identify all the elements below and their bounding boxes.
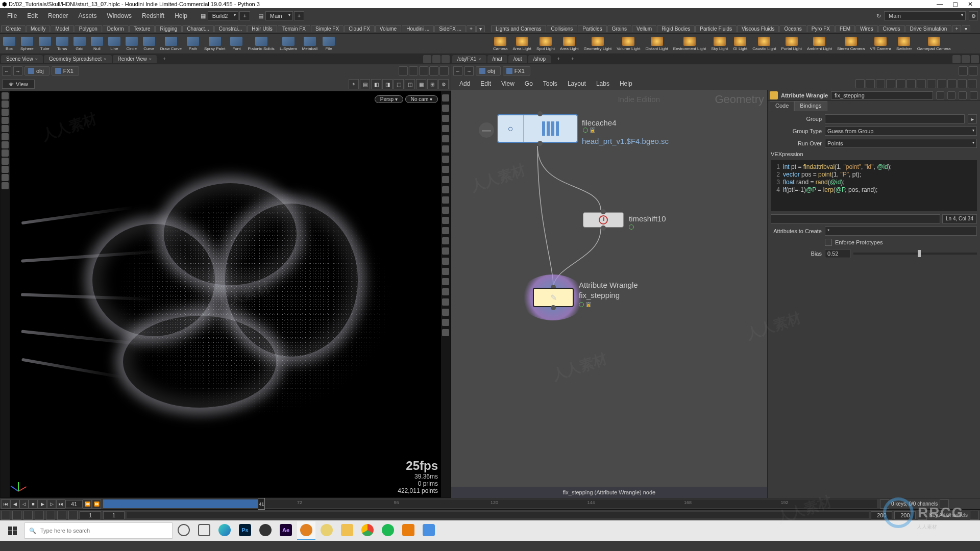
tool-skylight[interactable]: Sky Light: [709, 37, 730, 51]
parm-hi3[interactable]: [959, 91, 967, 99]
net-back-icon[interactable]: ←: [453, 66, 462, 76]
nm-ic-10[interactable]: [947, 79, 957, 88]
tool-vrcam[interactable]: VR Camera: [868, 37, 893, 51]
tool-line[interactable]: Line: [106, 37, 122, 51]
nm-ic-12[interactable]: [968, 79, 977, 88]
tb-houdini[interactable]: [297, 521, 315, 540]
camera-none-pill[interactable]: No cam ▾: [405, 95, 438, 103]
start-button[interactable]: [2, 522, 22, 539]
shelf-collisions[interactable]: Collisions: [547, 25, 578, 32]
path-tool-2[interactable]: [409, 66, 418, 76]
tl-last[interactable]: ⏭: [56, 499, 65, 509]
shelf-simplefx[interactable]: Simple FX: [311, 25, 344, 32]
tool-torus[interactable]: Torus: [54, 37, 70, 51]
close-button[interactable]: ✕: [963, 1, 978, 8]
dr-13[interactable]: [442, 217, 449, 224]
timeshift-display-flag[interactable]: [629, 224, 634, 230]
nm-ic-9[interactable]: [937, 79, 946, 88]
tb-aftereffects[interactable]: Ae: [277, 521, 295, 540]
node-filecache[interactable]: ○ filecache4 🔒 head_prt_v1.$F4.bgeo.sc: [497, 114, 578, 143]
rg-1[interactable]: [1, 511, 10, 520]
tool-null[interactable]: Null: [89, 37, 105, 51]
dr-16[interactable]: [442, 247, 449, 255]
tb-chrome[interactable]: [358, 521, 377, 540]
path-tool-5[interactable]: [439, 66, 449, 76]
tool-arealight2[interactable]: Area Light: [558, 37, 580, 51]
vt-8[interactable]: [2, 149, 9, 157]
tool-font[interactable]: Font: [228, 37, 244, 51]
pane-tool-r3[interactable]: [971, 55, 979, 63]
nm-ic-4[interactable]: [886, 79, 895, 88]
parm-hi2[interactable]: [947, 91, 955, 99]
shelf-crowds[interactable]: Crowds: [878, 25, 905, 32]
tab-code[interactable]: Code: [770, 101, 794, 111]
range-track[interactable]: [127, 512, 869, 518]
shelf-grains[interactable]: Grains: [607, 25, 631, 32]
path-tool-3[interactable]: [419, 66, 428, 76]
tb-blender[interactable]: [399, 521, 418, 540]
tool-ambient[interactable]: Ambient Light: [805, 37, 834, 51]
rg-2[interactable]: [12, 511, 21, 520]
maximize-button[interactable]: ▢: [947, 1, 963, 8]
tl-play[interactable]: ▶: [38, 499, 47, 509]
vp-tool-4[interactable]: ◨: [382, 79, 393, 89]
pane-tool-l3[interactable]: [442, 55, 450, 63]
tool-spotlight[interactable]: Spot Light: [534, 37, 557, 51]
dr-3[interactable]: [442, 115, 449, 122]
tool-envlight[interactable]: Environment Light: [671, 37, 708, 51]
shelf-pfluids[interactable]: Particle Fluids: [695, 25, 737, 32]
chk-enforce[interactable]: [825, 239, 832, 246]
desktop-main-plus[interactable]: +: [294, 11, 304, 20]
vt-10[interactable]: [2, 166, 9, 173]
tl-keynext[interactable]: ⏩: [92, 499, 101, 509]
range-start2[interactable]: 1: [103, 511, 125, 519]
tool-vollight[interactable]: Volume Light: [615, 37, 642, 51]
dr-6[interactable]: [442, 145, 449, 153]
tool-platonic[interactable]: Platonic Solids: [246, 37, 276, 51]
wrangle-lock-flag[interactable]: 🔒: [586, 302, 591, 307]
playhead[interactable]: 41: [258, 498, 265, 510]
vex-search-input[interactable]: [771, 214, 940, 223]
tb-edge[interactable]: [215, 521, 234, 540]
vt-11[interactable]: [2, 174, 9, 181]
input-group[interactable]: [825, 114, 965, 123]
shelf-lights[interactable]: Lights and Cameras: [491, 25, 546, 32]
lock-flag-icon[interactable]: 🔒: [590, 128, 595, 133]
camera-persp-pill[interactable]: Persp ▾: [375, 95, 403, 103]
menu-redshift[interactable]: Redshift: [137, 10, 169, 21]
shelf-right-add[interactable]: +: [952, 25, 961, 32]
subnet-collapse-button[interactable]: —: [479, 122, 494, 138]
tl-frame-field[interactable]: 41: [65, 500, 83, 508]
tool-curve[interactable]: Curve: [141, 37, 157, 51]
vp-tool-8[interactable]: ⊞: [427, 79, 437, 89]
desktop-main-select[interactable]: Main: [265, 11, 293, 20]
slider-bias[interactable]: [853, 253, 977, 255]
tool-camera[interactable]: Camera: [491, 37, 509, 51]
input-attrs[interactable]: *: [825, 227, 977, 236]
nm-view[interactable]: View: [496, 78, 520, 89]
rg-4[interactable]: [35, 511, 44, 520]
pane-tool-l2[interactable]: [432, 55, 440, 63]
select-run-over[interactable]: Points: [825, 139, 977, 148]
menu-edit[interactable]: Edit: [22, 10, 43, 21]
dr-10[interactable]: [442, 186, 449, 193]
parm-node-name-input[interactable]: fix_stepping: [831, 91, 933, 99]
tl-next[interactable]: ▷: [47, 499, 56, 509]
net-crumb-obj[interactable]: obj: [476, 66, 501, 76]
auto-update-icon[interactable]: [970, 511, 979, 520]
shelf-model[interactable]: Model: [51, 25, 74, 32]
nm-add[interactable]: Add: [454, 78, 475, 89]
tab-r-path-shop[interactable]: /shop: [528, 55, 551, 63]
nm-ic-8[interactable]: [927, 79, 936, 88]
nm-ic-2[interactable]: [866, 79, 875, 88]
nm-labs[interactable]: Labs: [591, 78, 615, 89]
config-gear-icon[interactable]: ⚙: [969, 11, 978, 20]
pane-tool-l1[interactable]: [423, 55, 431, 63]
tool-caustic[interactable]: Caustic Light: [750, 37, 778, 51]
tb-app-2[interactable]: [317, 521, 336, 540]
tool-drawcurve[interactable]: Draw Curve: [158, 37, 184, 51]
dr-5[interactable]: [442, 135, 449, 142]
network-view[interactable]: Geometry Indie Edition — ○ filecache4 🔒 …: [451, 90, 768, 498]
tab-bindings[interactable]: Bindings: [794, 101, 827, 111]
vp-tool-7[interactable]: ▦: [416, 79, 426, 89]
